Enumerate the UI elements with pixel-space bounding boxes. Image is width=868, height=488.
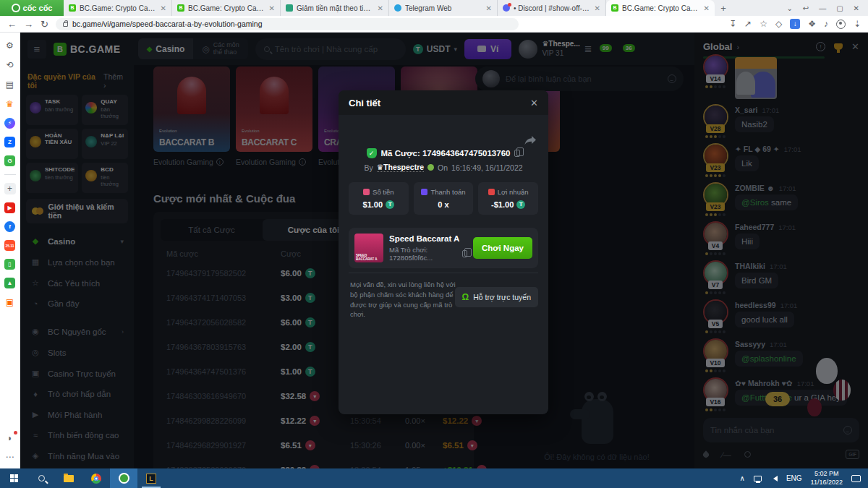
coccoc-brand-button[interactable]: cốc cốc — [0, 0, 64, 16]
browser-tab[interactable]: BBC.Game: Crypto Casino Gam✕ — [64, 0, 172, 16]
game-id-value: 172805f0f6c... — [389, 254, 433, 262]
league-of-legends-icon[interactable]: L — [137, 468, 165, 488]
back-button[interactable]: ← — [7, 20, 17, 29]
tab-search-icon[interactable]: ⌄ — [786, 4, 792, 12]
hot-crown-icon[interactable]: ♛ — [4, 98, 16, 110]
stat-payout: Thanh toán 0 x — [414, 182, 474, 215]
cart-icon[interactable]: ▣ — [4, 296, 16, 308]
address-bar[interactable]: bc.game/vi/game/speed-baccarat-a-by-evol… — [56, 18, 519, 30]
copy-icon[interactable] — [462, 250, 467, 257]
game-info-card: SPEED BACCARAT A Speed Baccarat A Mã Trò… — [349, 228, 538, 268]
notification-dot — [14, 431, 17, 435]
headset-icon: Ω — [462, 292, 469, 302]
notifications-bell-icon[interactable]: ◗ — [4, 432, 16, 444]
downloads-tray-icon[interactable]: ⇣ — [854, 20, 861, 28]
evolution-favicon — [286, 4, 293, 12]
adblock-shield-icon[interactable]: ◇ — [775, 20, 782, 28]
file-explorer-icon[interactable] — [55, 468, 82, 488]
share-icon[interactable]: ↗ — [744, 20, 752, 28]
download-active-icon[interactable]: ↓ — [790, 19, 800, 29]
divider — [349, 273, 538, 273]
divider — [4, 174, 16, 175]
browser-tab[interactable]: Telegram Web✕ — [389, 0, 498, 16]
media-icon[interactable]: ♪ — [824, 20, 828, 28]
start-button[interactable] — [0, 468, 27, 488]
forward-button[interactable]: → — [24, 20, 33, 29]
sale-icon[interactable]: 25.11 — [4, 240, 15, 251]
money-icon — [363, 189, 370, 195]
browser-tab[interactable]: • Discord | #show-off-you✕ — [498, 0, 606, 16]
tab-close-icon[interactable]: ✕ — [486, 4, 492, 12]
recent-tabs-icon[interactable]: ↩ — [803, 4, 809, 12]
chrome-icon[interactable] — [82, 468, 110, 488]
history-icon[interactable]: ⟲ — [4, 59, 16, 71]
action-center-icon[interactable] — [851, 475, 861, 482]
save-page-icon[interactable]: ↧ — [729, 20, 736, 28]
new-tab-button[interactable]: + — [715, 0, 732, 16]
wallet-icon — [421, 189, 427, 195]
support-help-text: Mọi vấn đề, xin vui lòng liên hệ với bộ … — [350, 280, 459, 320]
share-bet-icon[interactable] — [524, 135, 537, 149]
game-name: Speed Baccarat A — [389, 234, 467, 243]
browser-tab[interactable]: Giảm tiền mặt theo tiến hóa✕ — [281, 0, 389, 16]
facebook-icon[interactable]: f — [4, 221, 15, 232]
tab-close-icon[interactable]: ✕ — [378, 4, 383, 12]
youtube-icon[interactable]: ▶ — [4, 202, 15, 213]
browser-tab-active[interactable]: BBC.Game: Crypto Casino Gam✕ — [606, 0, 715, 16]
verified-shield-icon: ✓ — [367, 148, 377, 158]
modal-close-icon[interactable]: ✕ — [530, 98, 538, 108]
coccoc-logo-icon — [12, 4, 20, 12]
lock-icon — [63, 22, 68, 27]
taskbar-search-icon[interactable] — [27, 468, 55, 488]
add-app-icon[interactable]: + — [4, 183, 16, 194]
network-icon[interactable] — [754, 476, 762, 481]
language-indicator[interactable]: ENG — [786, 474, 802, 482]
games-icon[interactable]: G — [4, 155, 15, 166]
tab-close-icon[interactable]: ✕ — [595, 4, 600, 12]
profile-icon[interactable] — [836, 20, 846, 29]
screen: cốc cốc BBC.Game: Crypto Casino Gam✕ BBC… — [0, 0, 868, 488]
tray-expand-icon[interactable]: ∧ — [740, 474, 745, 482]
zalo-icon[interactable]: Z — [4, 137, 15, 147]
volume-icon[interactable] — [770, 476, 778, 481]
extensions-icon[interactable]: ❖ — [808, 20, 816, 28]
modal-header: Chi tiết ✕ — [339, 90, 548, 115]
copy-icon[interactable] — [514, 150, 520, 157]
minimize-button[interactable]: — — [819, 4, 826, 12]
live-support-button[interactable]: Ω Hỗ trợ trực tuyến — [455, 287, 538, 307]
coccoc-taskbar-icon[interactable] — [110, 468, 137, 488]
taskbar-clock[interactable]: 5:02 PM11/16/2022 — [811, 470, 843, 487]
maximize-button[interactable]: ▢ — [836, 4, 843, 12]
browser-tab[interactable]: BBC.Game: Crypto Casino Gam✕ — [172, 0, 281, 16]
hat-app-icon[interactable]: ▲ — [4, 278, 15, 288]
bet-author-link[interactable]: ♛Thespectre — [377, 163, 424, 172]
modal-title: Chi tiết — [349, 98, 380, 108]
browser-tabstrip: cốc cốc BBC.Game: Crypto Casino Gam✕ BBC… — [0, 0, 868, 16]
usdt-coin-icon — [386, 200, 394, 209]
browser-toolbar: ← → ↻ bc.game/vi/game/speed-baccarat-a-b… — [0, 16, 868, 33]
tab-close-icon[interactable]: ✕ — [269, 4, 275, 12]
stat-profit: Lợi nhuận -$1.00 — [478, 182, 538, 215]
feed-icon[interactable]: ▤ — [4, 79, 16, 90]
bet-details-modal: Chi tiết ✕ ✓ Mã Cược: 174964364747501376… — [339, 90, 548, 414]
stat-amount: Số tiền $1.00 — [349, 182, 409, 215]
game-thumbnail[interactable]: SPEED BACCARAT A — [354, 234, 383, 262]
discord-favicon — [503, 4, 510, 12]
telegram-favicon — [394, 4, 401, 12]
tab-close-icon[interactable]: ✕ — [704, 4, 710, 12]
url-text: bc.game/vi/game/speed-baccarat-a-by-evol… — [72, 20, 263, 28]
close-button[interactable]: ✕ — [854, 4, 859, 12]
tab-close-icon[interactable]: ✕ — [161, 4, 166, 12]
messenger-icon[interactable]: ⚡ — [4, 118, 15, 129]
more-icon[interactable]: ⋯ — [4, 451, 16, 463]
reload-button[interactable]: ↻ — [41, 20, 48, 29]
settings-gear-icon[interactable]: ⚙ — [4, 40, 16, 51]
bcgame-favicon: B — [69, 4, 76, 12]
bookmark-star-icon[interactable]: ☆ — [760, 20, 767, 28]
battery-app-icon[interactable]: ▯ — [4, 259, 15, 270]
bet-id-value: 1749643647475013760 — [422, 149, 511, 158]
profit-icon — [488, 189, 495, 195]
bcgame-favicon: B — [611, 4, 618, 12]
bet-datetime: 16:16:49, 16/11/2022 — [451, 163, 522, 172]
play-now-button[interactable]: Chơi Ngay — [473, 237, 532, 259]
